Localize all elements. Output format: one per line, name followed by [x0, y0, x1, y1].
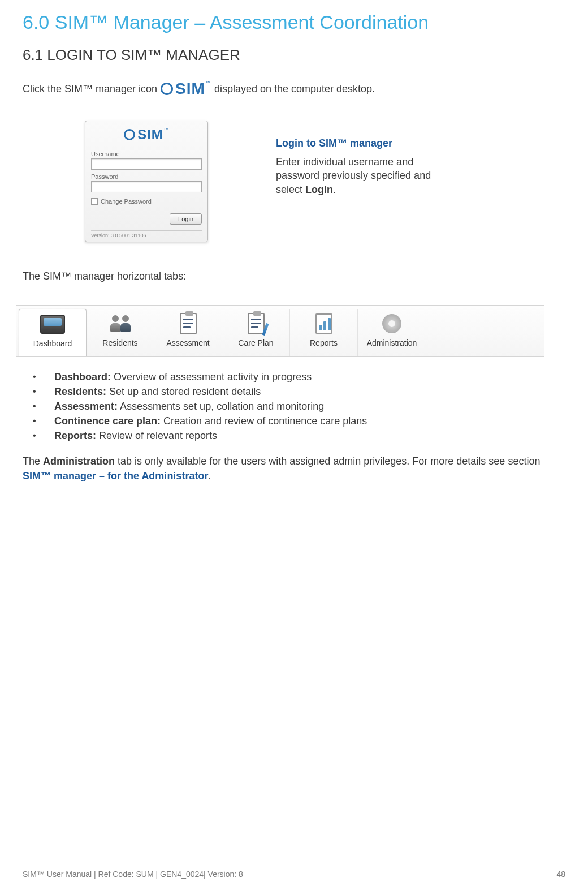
sim-text: SIM	[175, 80, 205, 97]
side-body-b: Login	[305, 184, 333, 195]
intro-line: Click the SIM™ manager icon SIM™ display…	[23, 80, 565, 98]
tabs-bar: Dashboard Residents Assessment Care Plan…	[16, 305, 544, 357]
footer-left: SIM™ User Manual | Ref Code: SUM | GEN4_…	[23, 870, 243, 879]
login-button[interactable]: Login	[170, 213, 202, 225]
bullet-title: Assessment:	[54, 401, 118, 412]
username-input[interactable]	[91, 158, 202, 170]
bullet-title: Continence care plan:	[54, 415, 161, 427]
bullet-desc: Overview of assessment activity in progr…	[111, 371, 312, 382]
list-item: Reports: Review of relevant reports	[23, 428, 565, 443]
tab-administration[interactable]: Administration	[358, 309, 426, 356]
change-password-label: Change Password	[101, 198, 152, 205]
bullet-desc: Assessments set up, collation and monito…	[118, 401, 324, 412]
bullet-desc: Creation and review of continence care p…	[161, 415, 367, 427]
admin-a: The	[23, 455, 43, 467]
intro-text-a: Click the SIM™ manager icon	[23, 83, 157, 95]
bullet-title: Residents:	[54, 386, 106, 397]
list-item: Residents: Set up and stored resident de…	[23, 384, 565, 399]
sim-circle-icon	[161, 83, 173, 95]
username-label: Username	[91, 151, 202, 157]
tab-dashboard[interactable]: Dashboard	[19, 309, 87, 356]
sim-logo-text: SIM™	[175, 80, 211, 98]
side-body-c: .	[333, 184, 336, 195]
password-input[interactable]	[91, 181, 202, 192]
tm-mark: ™	[205, 80, 211, 86]
sim-logo-icon: SIM™	[161, 80, 211, 98]
administration-icon	[378, 312, 405, 335]
list-item: Continence care plan: Creation and revie…	[23, 414, 565, 428]
version-text: Version: 3.0.5001.31106	[91, 230, 202, 238]
password-label: Password	[91, 173, 202, 180]
intro-text-b: displayed on the computer desktop.	[214, 83, 375, 95]
page-title: 6.0 SIM™ Manager – Assessment Coordinati…	[23, 11, 565, 33]
admin-link[interactable]: SIM™ manager – for the Administrator	[23, 470, 208, 481]
page-number: 48	[556, 870, 565, 879]
admin-c: tab is only available for the users with…	[115, 455, 540, 467]
section-heading: 6.1 LOGIN TO SIM™ MANAGER	[23, 46, 565, 64]
tab-reports-label: Reports	[290, 338, 357, 347]
tab-careplan-label: Care Plan	[222, 338, 289, 347]
horizontal-rule	[23, 38, 565, 38]
dashboard-icon	[39, 313, 66, 336]
tab-dashboard-label: Dashboard	[19, 339, 86, 348]
tab-reports[interactable]: Reports	[290, 309, 358, 356]
bullet-desc: Set up and stored resident details	[106, 386, 261, 397]
assessment-icon	[175, 312, 202, 335]
careplan-icon	[243, 312, 270, 335]
admin-e: .	[208, 470, 211, 481]
side-body: Enter individual username and password p…	[276, 155, 451, 196]
list-item: Assessment: Assessments set up, collatio…	[23, 399, 565, 414]
residents-icon	[107, 312, 134, 335]
side-body-a: Enter individual username and password p…	[276, 156, 431, 195]
change-password-checkbox[interactable]	[91, 198, 98, 205]
tab-careplan[interactable]: Care Plan	[222, 309, 290, 356]
login-logo-text: SIM	[137, 127, 163, 142]
login-dialog: SIM™ Username Password Change Password L…	[85, 121, 208, 242]
reports-icon	[310, 312, 338, 335]
list-item: Dashboard: Overview of assessment activi…	[23, 369, 565, 384]
login-logo: SIM™	[91, 127, 202, 143]
tab-assessment[interactable]: Assessment	[154, 309, 222, 356]
bullet-title: Dashboard:	[54, 371, 111, 382]
tab-administration-label: Administration	[358, 338, 426, 347]
admin-b: Administration	[43, 455, 115, 467]
bullet-title: Reports:	[54, 430, 96, 441]
tab-residents-label: Residents	[87, 338, 154, 347]
tab-residents[interactable]: Residents	[87, 309, 154, 356]
tabs-description-list: Dashboard: Overview of assessment activi…	[23, 369, 565, 443]
tab-assessment-label: Assessment	[154, 338, 222, 347]
page-footer: SIM™ User Manual | Ref Code: SUM | GEN4_…	[23, 870, 565, 879]
side-heading: Login to SIM™ manager	[276, 137, 451, 149]
tabs-intro: The SIM™ manager horizontal tabs:	[23, 270, 565, 282]
bullet-desc: Review of relevant reports	[96, 430, 217, 441]
admin-note: The Administration tab is only available…	[23, 454, 565, 483]
